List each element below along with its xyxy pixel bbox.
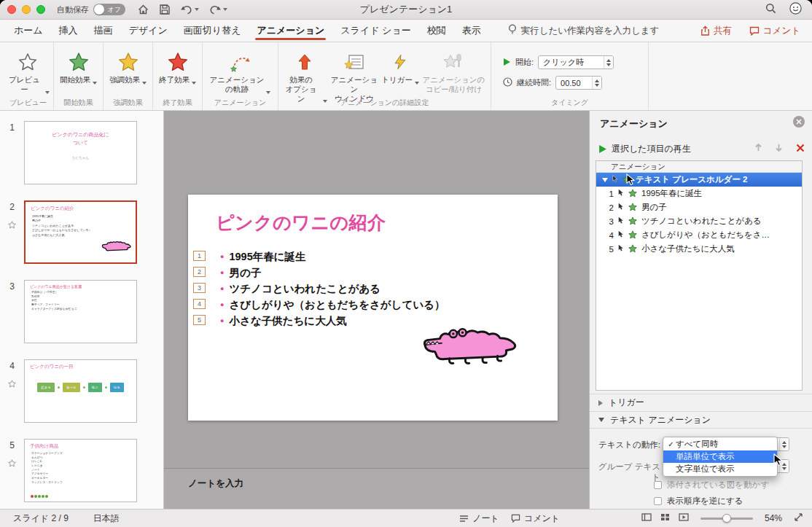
play-selected-button[interactable]: 選択した項目の再生 (598, 143, 691, 155)
duration-field[interactable]: 00.50 (555, 76, 602, 90)
menu-item-by-word[interactable]: 単語単位で表示 (663, 450, 777, 463)
animation-order-tag[interactable]: 1 (193, 251, 206, 261)
slide-number: 5 (9, 440, 15, 450)
undo-button[interactable] (180, 4, 199, 15)
bullet-text[interactable]: さびしがりや（おともだちをさがしている） (220, 298, 445, 312)
notes-pane[interactable]: ノートを入力 (164, 468, 589, 509)
undo-dropdown-chevron[interactable] (195, 8, 199, 11)
zoom-slider-knob[interactable] (722, 514, 731, 523)
preview-button[interactable]: プレビュー (6, 47, 50, 94)
zoom-slider[interactable] (700, 518, 753, 520)
exit-effect-button[interactable]: 終了効果 (156, 47, 199, 85)
bullet-row[interactable]: 4 さびしがりや（おともだちをさがしている） (220, 297, 445, 313)
share-button[interactable]: 共有 (700, 25, 732, 37)
entrance-effect-button[interactable]: 開始効果 (57, 47, 100, 85)
animation-order-tag[interactable]: 2 (193, 267, 206, 277)
language-indicator[interactable]: 日本語 (93, 512, 120, 525)
tab-insert[interactable]: 挿入 (51, 20, 86, 42)
motion-path-button[interactable]: アニメーション の軌跡 (207, 47, 274, 94)
stepper[interactable] (779, 438, 789, 450)
thumbnail-slide-3[interactable]: 3 ピンクのワニ商品が受ける客層 子供向け（~小学生） 乳幼児 女性 親子ペア、… (0, 280, 163, 343)
emphasis-effect-button[interactable]: 強調効果 (106, 47, 149, 85)
slide-sorter-view-button[interactable] (660, 513, 670, 523)
disclosure-down-icon[interactable] (598, 418, 604, 422)
bullet-row[interactable]: 2 男の子 (220, 265, 445, 281)
move-earlier-button[interactable] (754, 143, 763, 155)
notes-toggle-button[interactable]: ノート (459, 512, 499, 525)
animation-item-1[interactable]: 1 1995年春に誕生 (596, 187, 802, 200)
tab-review[interactable]: 校閲 (419, 20, 454, 42)
redo-dropdown-chevron[interactable] (223, 8, 227, 11)
comments-toggle-button[interactable]: コメント (511, 512, 560, 525)
bullet-text[interactable]: 男の子 (220, 266, 261, 280)
reverse-order-checkbox[interactable]: 表示順序を逆にする (654, 496, 743, 507)
autosave-toggle[interactable]: 自動保存 オフ (57, 4, 125, 15)
bullet-text[interactable]: 1995年春に誕生 (220, 250, 306, 264)
move-later-button[interactable] (774, 143, 784, 155)
zoom-window-button[interactable] (36, 5, 45, 14)
animation-indicator-icon[interactable] (8, 457, 16, 470)
fit-slide-button[interactable] (794, 512, 803, 524)
stepper[interactable] (604, 56, 613, 69)
bullet-row[interactable]: 3 ツチノコといわれたことがある (220, 281, 445, 297)
effect-options-button[interactable]: 効果の オプション (282, 47, 327, 103)
close-pane-button[interactable] (793, 116, 805, 128)
tab-draw[interactable]: 描画 (86, 20, 121, 42)
redo-button[interactable] (208, 4, 227, 15)
animation-order-tag[interactable]: 3 (193, 283, 206, 293)
animation-item-2[interactable]: 2 男の子 (596, 200, 802, 214)
tab-transitions[interactable]: 画面切り替え (176, 20, 249, 42)
thumbnail-slide-1[interactable]: 1 ピンクのワニの商品化に ついて たにちゃん (0, 121, 163, 184)
minimize-window-button[interactable] (22, 5, 31, 14)
menu-item-all-at-once[interactable]: ✓ すべて同時 (663, 438, 777, 450)
notes-placeholder[interactable]: ノートを入力 (188, 478, 243, 488)
thumbnail-slide-2[interactable]: 2 ピンクのワニの紹介 1995年春に誕生 男の子 ツチノコといわれたことがある… (0, 200, 163, 264)
tab-home[interactable]: ホーム (6, 20, 51, 42)
animation-indicator-icon[interactable] (8, 219, 16, 232)
tab-slideshow[interactable]: スライド ショー (332, 20, 418, 42)
start-select[interactable]: クリック時 (538, 55, 614, 69)
animation-order-tag[interactable]: 4 (193, 299, 206, 309)
tab-view[interactable]: 表示 (454, 20, 489, 42)
tell-me-box[interactable]: 実行したい作業内容を入力します (508, 24, 660, 37)
trigger-button[interactable]: トリガー (381, 47, 419, 85)
comments-button[interactable]: コメント (749, 25, 800, 37)
save-icon[interactable] (159, 4, 171, 15)
animation-item-5[interactable]: 5 小さな子供たちに大人気 (596, 242, 802, 256)
close-window-button[interactable] (7, 5, 16, 14)
autosave-switch[interactable]: オフ (93, 4, 125, 15)
bullet-text[interactable]: ツチノコといわれたことがある (220, 282, 380, 296)
slide-title[interactable]: ピンクのワニの紹介 (216, 211, 386, 235)
animation-item-3[interactable]: 3 ツチノコといわれたことがある (596, 214, 802, 228)
animation-order: 2 (599, 203, 614, 212)
slide-canvas[interactable]: ピンクのワニの紹介 1 1995年春に誕生 2 男の子 3 ツチノコといわれたこ… (188, 195, 558, 421)
animation-order-tag[interactable]: 5 (193, 315, 206, 325)
account-avatar[interactable] (789, 2, 802, 17)
tab-animations[interactable]: アニメーション (249, 20, 332, 42)
disclosure-right-icon[interactable] (598, 400, 603, 406)
collapse-group-icon[interactable] (602, 178, 608, 182)
trigger-section-header[interactable]: トリガー (590, 394, 812, 411)
animation-item-4[interactable]: 4 さびしがりや（おともだちをさ… (596, 228, 802, 242)
remove-animation-button[interactable] (796, 144, 805, 155)
search-icon[interactable] (765, 3, 776, 17)
bullet-text[interactable]: 小さな子供たちに大人気 (220, 314, 347, 328)
tab-design[interactable]: デザイン (121, 20, 176, 42)
crocodile-image[interactable] (421, 324, 520, 377)
text-animation-section-header[interactable]: テキスト アニメーション (590, 411, 812, 429)
animation-indicator-icon[interactable] (8, 378, 16, 391)
bullet-row[interactable]: 5 小さな子供たちに大人気 (220, 313, 445, 329)
checkbox[interactable] (654, 497, 662, 505)
home-icon[interactable] (137, 4, 149, 15)
thumbnail-slide-5[interactable]: 5 子供向け商品 ステーショナリーグッズ えんぴつ けしごむ したじき ノート … (0, 439, 163, 502)
stepper[interactable] (592, 77, 601, 89)
animation-list-header[interactable]: アニメーション (596, 161, 802, 173)
thumbnail-slide-4[interactable]: 4 ピンクのワニの一日 起きる 食べる 遊ぶ 寝る (0, 359, 163, 423)
bullet-row[interactable]: 1 1995年春に誕生 (220, 249, 445, 265)
normal-view-button[interactable] (641, 513, 652, 523)
animation-pane-button[interactable]: アニメーション ウィンドウ (328, 47, 380, 103)
menu-item-by-letter[interactable]: 文字単位で表示 (663, 463, 777, 475)
slideshow-view-button[interactable] (679, 513, 689, 523)
slide-body-placeholder[interactable]: 1 1995年春に誕生 2 男の子 3 ツチノコといわれたことがある 4 さびし… (220, 249, 445, 329)
zoom-level[interactable]: 54% (765, 513, 782, 523)
